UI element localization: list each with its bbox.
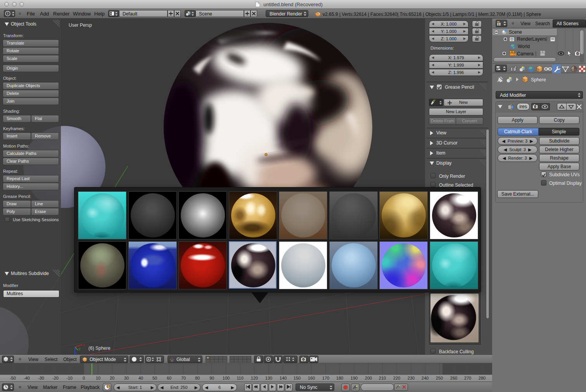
svg-text:x: x <box>83 343 85 347</box>
svg-text:i: i <box>7 12 9 15</box>
svg-text:y: y <box>79 347 81 351</box>
svg-text:z: z <box>76 351 78 354</box>
